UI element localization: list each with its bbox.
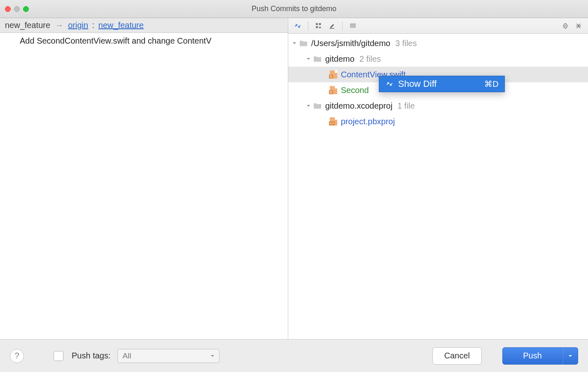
tree-folder[interactable]: gitdemo 2 files — [288, 51, 588, 67]
tree-file-label: Second — [341, 86, 369, 95]
push-tags-checkbox[interactable] — [54, 351, 63, 361]
right-pane: /Users/jsmith/gitdemo 3 files gitdemo 2 … — [288, 18, 588, 339]
svg-rect-2 — [316, 26, 318, 28]
close-window-button[interactable] — [5, 6, 11, 12]
zoom-window-button[interactable] — [23, 6, 29, 12]
cancel-button[interactable]: Cancel — [432, 347, 482, 365]
traffic-lights — [5, 6, 29, 12]
tree-root-label: /Users/jsmith/gitdemo — [311, 39, 390, 48]
chevron-down-icon[interactable] — [292, 40, 297, 46]
folder-icon — [299, 40, 308, 47]
toolbar-separator — [342, 21, 343, 31]
push-dropdown-button[interactable] — [562, 347, 578, 365]
tree-file-label: project.pbxproj — [341, 117, 395, 126]
preview-icon[interactable] — [347, 21, 359, 31]
push-tags-select[interactable]: All — [117, 349, 219, 363]
context-menu: Show Diff ⌘D — [379, 76, 505, 92]
minimize-window-button[interactable] — [14, 6, 20, 12]
svg-rect-0 — [316, 23, 318, 25]
edit-icon[interactable] — [326, 21, 338, 31]
branch-bar: new_feature → origin : new_feature — [0, 18, 288, 33]
context-menu-item-show-diff[interactable]: Show Diff ⌘D — [379, 76, 504, 92]
project-file-icon: <> — [329, 118, 338, 125]
main-area: new_feature → origin : new_feature Add S… — [0, 18, 588, 339]
tree-root-count: 3 files — [395, 39, 417, 48]
push-tags-select-value: All — [123, 351, 131, 360]
folder-icon — [313, 102, 322, 109]
push-button[interactable]: Push — [502, 347, 562, 365]
tree-folder[interactable]: gitdemo.xcodeproj 1 file — [288, 98, 588, 114]
arrow-icon: → — [55, 21, 63, 30]
swift-file-icon: S — [329, 86, 338, 94]
window-titlebar: Push Commits to gitdemo — [0, 0, 588, 18]
tree-folder-label: gitdemo — [325, 54, 355, 64]
folder-icon — [313, 55, 322, 63]
tree-folder-count: 2 files — [359, 54, 381, 64]
tree-root[interactable]: /Users/jsmith/gitdemo 3 files — [288, 35, 588, 51]
push-button-group: Push — [502, 347, 578, 365]
svg-rect-3 — [319, 27, 321, 28]
group-by-icon[interactable] — [313, 21, 325, 31]
tree-folder-count: 1 file — [397, 101, 415, 111]
left-pane: new_feature → origin : new_feature Add S… — [0, 18, 288, 339]
colon: : — [92, 21, 95, 30]
diff-icon — [385, 79, 394, 88]
target-branch-link[interactable]: new_feature — [98, 21, 144, 30]
expand-all-icon[interactable] — [559, 21, 572, 31]
help-button[interactable]: ? — [10, 349, 24, 363]
window-title: Push Commits to gitdemo — [0, 5, 588, 13]
local-branch: new_feature — [5, 21, 50, 30]
context-menu-shortcut: ⌘D — [484, 79, 498, 89]
collapse-all-icon[interactable] — [572, 21, 585, 31]
diff-icon[interactable] — [292, 21, 304, 31]
file-tree: /Users/jsmith/gitdemo 3 files gitdemo 2 … — [288, 34, 588, 131]
commit-message[interactable]: Add SecondContentView.swift and change C… — [0, 33, 288, 49]
toolbar-separator — [308, 21, 308, 31]
tree-file[interactable]: <> project.pbxproj — [288, 114, 588, 129]
chevron-down-icon[interactable] — [306, 56, 311, 62]
bottom-bar: ? Push tags: All Cancel Push — [0, 339, 588, 372]
svg-rect-4 — [350, 23, 355, 27]
chevron-down-icon — [210, 351, 215, 360]
chevron-down-icon[interactable] — [306, 103, 311, 109]
remote-link[interactable]: origin — [68, 21, 88, 30]
tree-folder-label: gitdemo.xcodeproj — [325, 101, 392, 111]
push-tags-label: Push tags: — [72, 351, 111, 360]
toolbar — [288, 18, 588, 34]
svg-rect-1 — [319, 23, 321, 25]
swift-file-icon: S — [329, 71, 338, 78]
context-menu-label: Show Diff — [398, 79, 437, 89]
